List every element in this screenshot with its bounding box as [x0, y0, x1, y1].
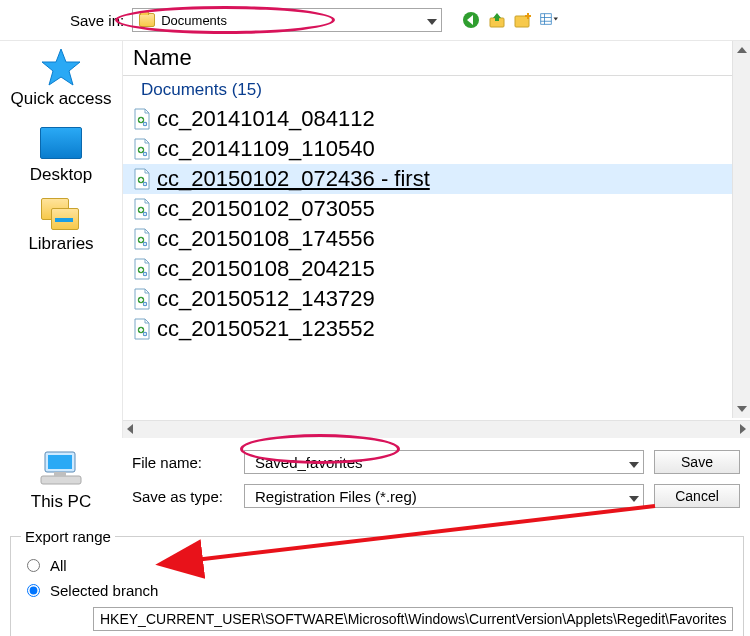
export-selected-label: Selected branch	[50, 582, 158, 599]
file-row[interactable]: cc_20150102_073055	[123, 194, 750, 224]
file-row[interactable]: cc_20150512_143729	[123, 284, 750, 314]
places-bar: Quick access Desktop Libraries	[0, 41, 122, 438]
svg-rect-57	[41, 476, 81, 484]
file-row[interactable]: cc_20141109_110540	[123, 134, 750, 164]
save-in-value: Documents	[161, 13, 227, 28]
reg-file-icon	[133, 138, 151, 160]
file-row[interactable]: cc_20150108_174556	[123, 224, 750, 254]
chevron-down-icon	[623, 454, 639, 471]
save-button[interactable]: Save	[654, 450, 740, 474]
file-name-combo[interactable]: Saved_favorites	[244, 450, 644, 474]
file-name-value: Saved_favorites	[255, 454, 363, 471]
export-all-label: All	[50, 557, 67, 574]
file-name-text: cc_20150108_204215	[157, 256, 375, 282]
chevron-down-icon	[421, 13, 437, 28]
reg-file-icon	[133, 108, 151, 130]
libraries-icon	[41, 198, 81, 232]
file-name-text: cc_20150108_174556	[157, 226, 375, 252]
this-pc-icon	[38, 450, 84, 490]
file-name-text: cc_20150512_143729	[157, 286, 375, 312]
scroll-left-icon[interactable]	[123, 422, 137, 437]
svg-rect-24	[144, 183, 147, 184]
save-in-combo[interactable]: Documents	[132, 8, 442, 32]
svg-rect-3	[541, 14, 552, 25]
svg-rect-30	[144, 213, 147, 214]
vertical-scrollbar[interactable]	[732, 41, 750, 418]
file-list-pane: Name Documents (15) cc_20141014_084112cc…	[122, 41, 750, 438]
up-one-level-icon[interactable]	[488, 11, 506, 29]
quick-access-icon	[38, 47, 84, 87]
places-this-pc[interactable]: This PC	[0, 450, 122, 512]
svg-rect-27	[139, 209, 143, 211]
reg-file-icon	[133, 288, 151, 310]
save-in-label: Save in:	[70, 12, 124, 29]
save-as-type-label: Save as type:	[132, 488, 244, 505]
file-name-label: File name:	[132, 454, 244, 471]
svg-rect-39	[139, 269, 143, 271]
reg-file-icon	[133, 228, 151, 250]
places-quick-access[interactable]: Quick access	[10, 47, 111, 109]
reg-file-icon	[133, 198, 151, 220]
svg-rect-51	[139, 329, 143, 331]
horizontal-scrollbar[interactable]	[123, 420, 750, 438]
places-label: This PC	[0, 492, 122, 512]
svg-rect-42	[144, 273, 147, 274]
file-row[interactable]: cc_20150521_123552	[123, 314, 750, 344]
svg-rect-54	[144, 333, 147, 334]
scroll-up-icon[interactable]	[733, 41, 750, 59]
save-as-type-combo[interactable]: Registration Files (*.reg)	[244, 484, 644, 508]
svg-rect-56	[48, 455, 72, 469]
places-label: Libraries	[28, 234, 93, 254]
cancel-button[interactable]: Cancel	[654, 484, 740, 508]
reg-file-icon	[133, 318, 151, 340]
export-range-legend: Export range	[21, 528, 115, 545]
svg-rect-2	[515, 16, 529, 27]
export-range-group: Export range All Selected branch	[10, 528, 744, 636]
places-libraries[interactable]: Libraries	[28, 198, 93, 254]
svg-rect-21	[139, 179, 143, 181]
file-row[interactable]: cc_20150102_072436 - first	[123, 164, 750, 194]
scroll-down-icon[interactable]	[733, 400, 750, 418]
file-name-text: cc_20150102_072436 - first	[157, 166, 430, 192]
places-desktop[interactable]: Desktop	[30, 123, 92, 185]
svg-rect-33	[139, 239, 143, 241]
svg-rect-15	[139, 149, 143, 151]
svg-rect-9	[139, 119, 143, 121]
svg-rect-12	[144, 123, 147, 124]
save-as-type-value: Registration Files (*.reg)	[255, 488, 417, 505]
chevron-down-icon	[623, 488, 639, 505]
back-icon[interactable]	[462, 11, 480, 29]
file-row[interactable]: cc_20141014_084112	[123, 104, 750, 134]
group-header[interactable]: Documents (15)	[123, 76, 750, 104]
new-folder-icon[interactable]	[514, 11, 532, 29]
file-name-text: cc_20150521_123552	[157, 316, 375, 342]
reg-file-icon	[133, 258, 151, 280]
file-name-text: cc_20141109_110540	[157, 136, 375, 162]
file-row[interactable]: cc_20150108_204215	[123, 254, 750, 284]
export-selected-radio-input[interactable]	[27, 584, 40, 597]
export-all-radio[interactable]: All	[27, 557, 733, 574]
svg-rect-45	[139, 299, 143, 301]
svg-rect-18	[144, 153, 147, 154]
svg-rect-36	[144, 243, 147, 244]
view-menu-icon[interactable]	[540, 11, 558, 29]
folder-icon	[139, 13, 155, 27]
column-header-name[interactable]: Name	[123, 41, 750, 76]
svg-rect-58	[54, 472, 66, 476]
places-label: Desktop	[30, 165, 92, 185]
desktop-icon	[38, 123, 84, 163]
reg-file-icon	[133, 168, 151, 190]
selected-branch-input[interactable]	[93, 607, 733, 631]
export-selected-radio[interactable]: Selected branch	[27, 582, 733, 599]
svg-rect-48	[144, 303, 147, 304]
places-label: Quick access	[10, 89, 111, 109]
file-name-text: cc_20141014_084112	[157, 106, 375, 132]
export-all-radio-input[interactable]	[27, 559, 40, 572]
scroll-right-icon[interactable]	[736, 422, 750, 437]
file-name-text: cc_20150102_073055	[157, 196, 375, 222]
